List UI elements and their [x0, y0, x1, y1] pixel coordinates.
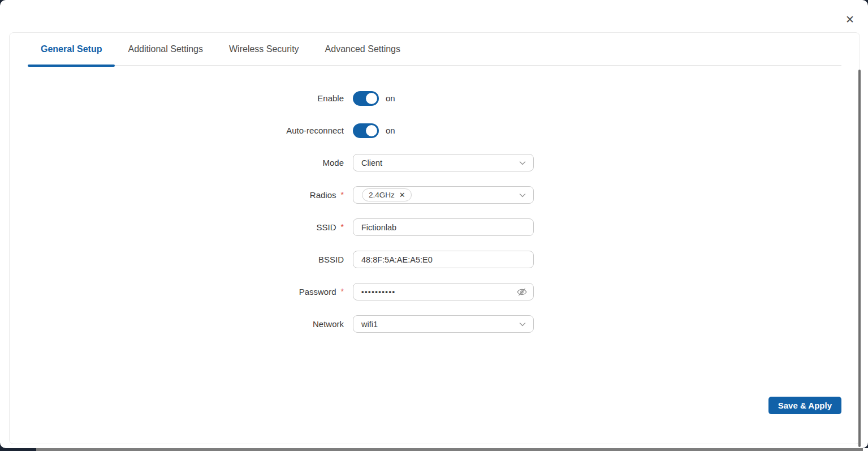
tag-remove-icon[interactable]: ✕ — [399, 191, 405, 199]
mode-label: Mode — [322, 158, 344, 167]
settings-card: General Setup Additional Settings Wirele… — [9, 32, 860, 444]
ssid-row: SSID * — [10, 218, 860, 236]
toggle-knob — [366, 93, 377, 104]
general-setup-form: Enable on Auto-reconnect on — [10, 66, 860, 333]
enable-toggle[interactable] — [353, 91, 379, 106]
ssid-input[interactable] — [353, 218, 534, 236]
tab-general-setup[interactable]: General Setup — [28, 33, 115, 65]
horizontal-scrollbar[interactable] — [36, 448, 863, 451]
auto-reconnect-toggle[interactable] — [353, 123, 379, 138]
network-select[interactable]: wifi1 — [353, 315, 534, 333]
auto-reconnect-label: Auto-reconnect — [286, 126, 344, 135]
mode-row: Mode Client — [10, 154, 860, 171]
close-icon[interactable]: ✕ — [843, 12, 857, 26]
auto-reconnect-toggle-state: on — [386, 126, 395, 135]
mode-select-value: Client — [361, 158, 382, 167]
required-asterisk: * — [341, 222, 344, 231]
password-row: Password * — [10, 283, 860, 300]
password-label: Password — [299, 287, 336, 297]
eye-slash-icon — [516, 286, 528, 298]
bssid-row: BSSID — [10, 251, 860, 268]
bssid-input[interactable] — [353, 251, 534, 268]
radios-label: Radios — [310, 190, 336, 200]
required-asterisk: * — [341, 190, 344, 199]
network-select-value: wifi1 — [361, 320, 378, 329]
network-row: Network wifi1 — [10, 315, 860, 333]
radio-tag-label: 2.4GHz — [369, 191, 395, 199]
enable-row: Enable on — [10, 89, 860, 107]
chevron-down-icon — [519, 191, 526, 199]
wireless-settings-modal: ✕ General Setup Additional Settings Wire… — [0, 0, 868, 448]
tab-advanced-settings[interactable]: Advanced Settings — [312, 33, 413, 65]
required-asterisk: * — [341, 287, 344, 296]
password-visibility-toggle[interactable] — [516, 286, 528, 298]
mode-select[interactable]: Client — [353, 154, 534, 171]
bssid-label: BSSID — [318, 255, 344, 264]
save-apply-button[interactable]: Save & Apply — [768, 397, 841, 414]
scrollbar-corner — [863, 448, 868, 451]
tab-bar: General Setup Additional Settings Wirele… — [28, 33, 841, 66]
password-input[interactable] — [353, 283, 534, 300]
enable-label: Enable — [317, 93, 344, 103]
radio-tag-2-4ghz: 2.4GHz ✕ — [362, 188, 412, 201]
auto-reconnect-row: Auto-reconnect on — [10, 122, 860, 139]
enable-toggle-state: on — [386, 93, 395, 103]
ssid-label: SSID — [317, 222, 336, 232]
network-label: Network — [313, 319, 344, 329]
radios-row: Radios * 2.4GHz ✕ — [10, 186, 860, 204]
tab-wireless-security[interactable]: Wireless Security — [216, 33, 312, 65]
chevron-down-icon — [519, 159, 526, 167]
radios-multiselect[interactable]: 2.4GHz ✕ — [353, 186, 534, 204]
toggle-knob — [366, 125, 377, 136]
vertical-scrollbar[interactable] — [858, 70, 861, 447]
chevron-down-icon — [519, 320, 526, 328]
tab-additional-settings[interactable]: Additional Settings — [115, 33, 216, 65]
